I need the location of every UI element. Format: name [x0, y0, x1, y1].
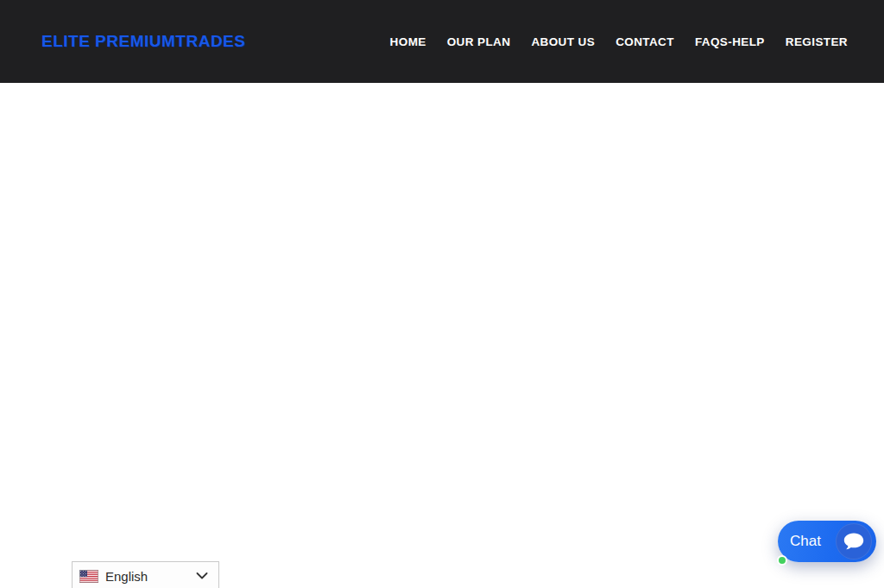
main-nav: HOME OUR PLAN ABOUT US CONTACT FAQS-HELP…	[390, 35, 848, 48]
nav-item-our-plan[interactable]: OUR PLAN	[447, 35, 511, 48]
header: ELITE PREMIUMTRADES HOME OUR PLAN ABOUT …	[0, 0, 884, 83]
us-flag-icon	[79, 570, 98, 583]
page: ELITE PREMIUMTRADES HOME OUR PLAN ABOUT …	[0, 0, 884, 588]
nav-item-register[interactable]: REGISTER	[786, 35, 848, 48]
language-selector-value: English	[105, 569, 148, 584]
nav-item-faqs-help[interactable]: FAQS-HELP	[695, 35, 765, 48]
chat-online-status-dot	[777, 555, 787, 566]
language-selector[interactable]: English	[72, 561, 219, 588]
chat-icon-circle	[836, 523, 872, 560]
nav-item-about-us[interactable]: ABOUT US	[531, 35, 595, 48]
chat-widget-label: Chat	[790, 533, 821, 550]
chevron-down-icon	[196, 572, 208, 579]
chat-bubble-icon	[843, 532, 865, 551]
chat-widget-button[interactable]: Chat	[778, 521, 876, 562]
site-logo[interactable]: ELITE PREMIUMTRADES	[41, 32, 245, 51]
nav-item-contact[interactable]: CONTACT	[616, 35, 674, 48]
nav-item-home[interactable]: HOME	[390, 35, 426, 48]
